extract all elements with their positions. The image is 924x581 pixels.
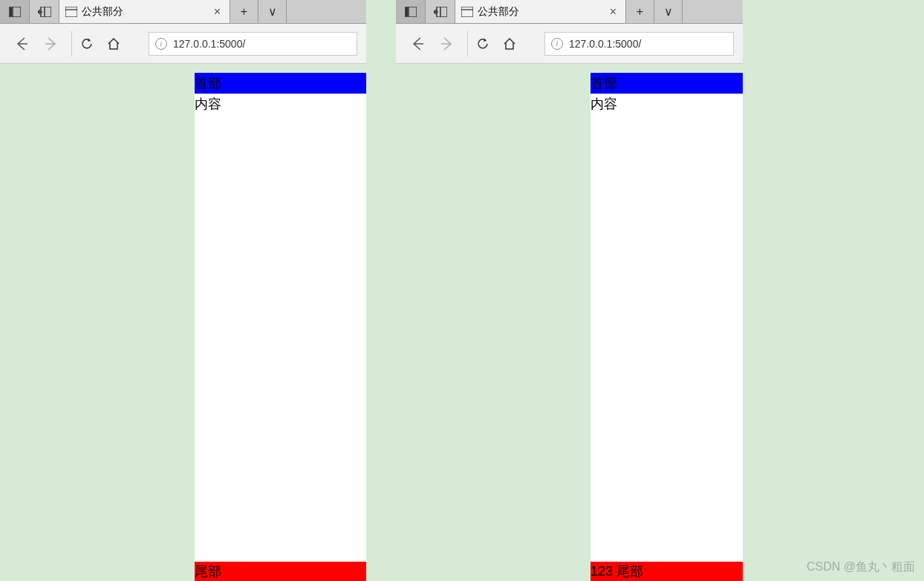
svg-rect-12 (437, 7, 447, 17)
page-body: 内容 (195, 94, 366, 114)
watermark: CSDN @鱼丸丶粗面 (807, 559, 915, 575)
tab-title: 公共部分 (478, 5, 519, 19)
url-text: 127.0.0.1:5000/ (569, 38, 641, 50)
site-info-icon[interactable]: i (155, 38, 167, 50)
page-footer: 123 尾部 (590, 562, 743, 581)
back-button[interactable] (9, 31, 34, 56)
site-info-icon[interactable]: i (551, 38, 563, 50)
page-content: 首部 内容 尾部 (195, 73, 366, 581)
forward-button[interactable] (435, 31, 460, 56)
svg-rect-2 (10, 7, 12, 16)
tab-actions: + ∨ (230, 0, 287, 23)
toolbar: i 127.0.0.1:5000/ (0, 24, 366, 64)
tab-close-button[interactable]: × (211, 5, 224, 19)
forward-button[interactable] (39, 31, 64, 56)
page-footer: 尾部 (195, 562, 366, 581)
svg-rect-5 (65, 7, 77, 17)
address-bar[interactable]: i 127.0.0.1:5000/ (149, 32, 357, 56)
tab-page-icon (461, 7, 473, 17)
browser-tab[interactable]: 公共部分 × (455, 0, 626, 23)
tabs-aside-icon[interactable] (0, 0, 30, 23)
new-tab-button[interactable]: + (626, 0, 654, 23)
tabs-dropdown-button[interactable]: ∨ (654, 0, 683, 23)
home-button[interactable] (497, 31, 522, 56)
home-button[interactable] (101, 31, 126, 56)
tab-page-icon (65, 7, 77, 17)
browser-window-right: 公共部分 × + ∨ i 127.0.0.1:5000/ 首部 内容 123 尾… (396, 0, 743, 581)
refresh-button[interactable] (71, 31, 97, 56)
titlebar: 公共部分 × + ∨ (396, 0, 743, 24)
page-content: 首部 内容 123 尾部 (590, 73, 743, 581)
back-button[interactable] (405, 31, 430, 56)
toolbar: i 127.0.0.1:5000/ (396, 24, 743, 64)
url-text: 127.0.0.1:5000/ (173, 38, 245, 50)
new-tab-button[interactable]: + (230, 0, 258, 23)
svg-rect-14 (461, 7, 473, 17)
tab-title: 公共部分 (82, 5, 123, 19)
tab-close-button[interactable]: × (607, 5, 619, 19)
tab-actions: + ∨ (626, 0, 683, 23)
set-aside-icon[interactable] (426, 0, 455, 23)
page-body: 内容 (590, 94, 743, 114)
tabs-aside-icon[interactable] (396, 0, 426, 23)
set-aside-icon[interactable] (30, 0, 59, 23)
address-bar[interactable]: i 127.0.0.1:5000/ (544, 32, 734, 56)
svg-rect-3 (41, 7, 51, 17)
browser-window-left: 公共部分 × + ∨ i 127.0.0.1:5000/ 首部 内容 尾部 (0, 0, 366, 581)
browser-tab[interactable]: 公共部分 × (59, 0, 230, 23)
page-header: 首部 (195, 73, 366, 94)
refresh-button[interactable] (467, 31, 492, 56)
page-header: 首部 (590, 73, 743, 94)
svg-rect-11 (406, 7, 408, 16)
tabs-dropdown-button[interactable]: ∨ (258, 0, 287, 23)
titlebar: 公共部分 × + ∨ (0, 0, 366, 24)
